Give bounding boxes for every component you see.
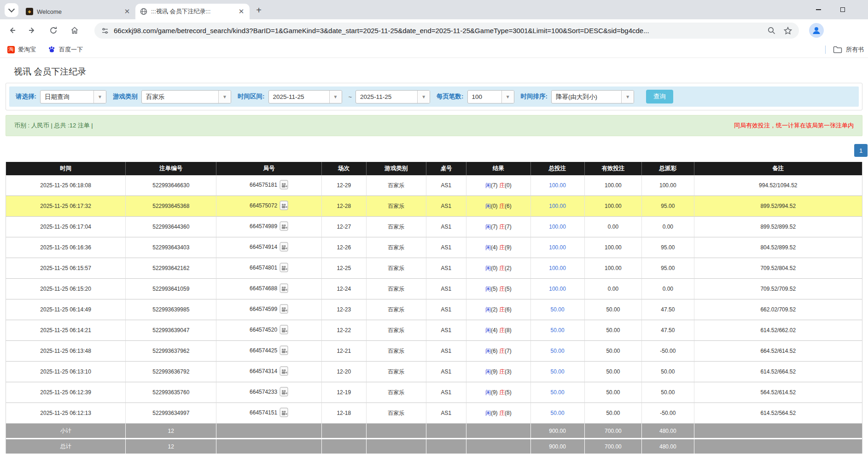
- cell-bet-number: 522993639047: [126, 320, 216, 341]
- search-button[interactable]: 查询: [646, 90, 673, 104]
- sort-select[interactable]: 降幂(由大到小) ▼: [551, 90, 634, 104]
- bookmark-taobao[interactable]: 淘 爱淘宝: [7, 46, 36, 54]
- minimize-button[interactable]: [808, 0, 829, 19]
- cell-valid-bet: 50.00: [585, 320, 642, 341]
- cell-bet-number: 522993644360: [126, 217, 216, 237]
- valid-bet-note: 同局有效投注，统一计算在该局第一张注单内: [734, 121, 854, 130]
- cell-payout: 50.00: [642, 382, 694, 403]
- video-replay-icon[interactable]: [280, 387, 288, 398]
- total-bet-link: 100.00: [549, 286, 566, 292]
- browser-tab-strip: ◆ Welcome ✕ :::视讯 会员下注纪录::: ✕ +: [0, 0, 868, 19]
- video-replay-icon[interactable]: [280, 366, 288, 377]
- cell-round-number: 664574599: [216, 299, 322, 320]
- cell-result: 闲(7) 庄(0): [466, 175, 530, 196]
- table-row: 2025-11-25 06:16:36 522993643403 6645749…: [6, 237, 862, 258]
- home-button[interactable]: [67, 23, 82, 38]
- video-replay-icon[interactable]: [280, 325, 288, 336]
- cell-bet-number: 522993646630: [126, 175, 216, 196]
- per-page-select[interactable]: 100 ▼: [467, 90, 514, 104]
- table-row: 2025-11-25 06:15:20 522993641059 6645746…: [6, 279, 862, 299]
- back-arrow-icon: [7, 26, 17, 35]
- table-row: 2025-11-25 06:13:48 522993637962 6645744…: [6, 341, 862, 362]
- date-range-tilde: ~: [349, 93, 352, 100]
- browser-tab-welcome[interactable]: ◆ Welcome ✕: [21, 4, 135, 19]
- video-replay-icon[interactable]: [280, 221, 288, 232]
- cell-total-bet[interactable]: 50.00: [531, 403, 585, 424]
- video-replay-icon[interactable]: [280, 408, 288, 419]
- cell-time: 2025-11-25 06:12:39: [6, 382, 126, 403]
- person-icon: [811, 25, 821, 35]
- plus-icon: +: [256, 5, 262, 16]
- video-replay-icon[interactable]: [280, 345, 288, 356]
- total-bet-link: 50.00: [551, 368, 565, 375]
- tab-close-button[interactable]: ✕: [238, 8, 245, 15]
- cell-total-bet[interactable]: 50.00: [531, 382, 585, 403]
- cell-table-number: AS1: [426, 320, 466, 341]
- cell-total-bet[interactable]: 50.00: [531, 299, 585, 320]
- back-button[interactable]: [5, 23, 19, 38]
- cell-round-number: 664574520: [216, 320, 322, 341]
- column-header: 局号: [216, 162, 322, 175]
- profile-avatar[interactable]: [809, 23, 824, 38]
- tab-close-button[interactable]: ✕: [123, 8, 131, 15]
- cell-valid-bet: 0.00: [585, 217, 642, 237]
- date-end-select[interactable]: 2025-11-25 ▼: [355, 90, 430, 104]
- video-replay-icon[interactable]: [280, 283, 288, 294]
- date-query-select[interactable]: 日期查询 ▼: [40, 90, 106, 104]
- cell-valid-bet: 50.00: [585, 362, 642, 382]
- bookmark-label: 百度一下: [59, 46, 83, 54]
- video-replay-icon[interactable]: [280, 304, 288, 315]
- footer-payout: 480.00: [642, 424, 694, 438]
- cell-total-bet[interactable]: 50.00: [531, 362, 585, 382]
- cell-round-number: 664574801: [216, 258, 322, 279]
- cell-round-number: 664574989: [216, 217, 322, 237]
- new-tab-button[interactable]: +: [253, 5, 264, 16]
- total-row: 总计 12 900.00 700.00 480.00: [6, 439, 862, 454]
- video-replay-icon[interactable]: [280, 242, 288, 253]
- cell-round-number: 664574151: [216, 403, 322, 424]
- forward-button[interactable]: [25, 23, 40, 38]
- sort-label: 时间排序:: [521, 92, 548, 101]
- video-replay-icon[interactable]: [280, 201, 288, 212]
- date-start-select[interactable]: 2025-11-25 ▼: [268, 90, 342, 104]
- cell-game-type: 百家乐: [367, 175, 426, 196]
- maximize-button[interactable]: [832, 0, 853, 19]
- refresh-button[interactable]: [46, 23, 61, 38]
- all-bookmarks-button[interactable]: 所有书: [825, 41, 868, 58]
- zoom-button[interactable]: [767, 26, 776, 35]
- cell-total-bet[interactable]: 100.00: [531, 175, 585, 196]
- cell-total-bet[interactable]: 100.00: [531, 258, 585, 279]
- video-replay-icon[interactable]: [280, 263, 288, 274]
- cell-round-number: 664574914: [216, 237, 322, 258]
- cell-total-bet[interactable]: 100.00: [531, 217, 585, 237]
- url-bar[interactable]: 66cxkj98.com/game/betrecord_search/kind3…: [94, 23, 799, 39]
- date-range-label: 时间区间:: [238, 92, 265, 101]
- footer-payout: 480.00: [642, 439, 694, 454]
- filter-bar: 请选择: 日期查询 ▼ 游戏类别 百家乐 ▼ 时间区间: 2025-11-25 …: [9, 86, 859, 107]
- cell-total-bet[interactable]: 100.00: [531, 279, 585, 299]
- browser-tab-betrecord[interactable]: :::视讯 会员下注纪录::: ✕: [135, 4, 250, 19]
- star-icon: [783, 26, 792, 35]
- cell-result: 闲(7) 庄(7): [466, 217, 530, 237]
- video-replay-icon[interactable]: [280, 180, 288, 191]
- cell-total-bet[interactable]: 100.00: [531, 196, 585, 217]
- cell-note: 709.52/709.52: [694, 279, 862, 299]
- cell-total-bet[interactable]: 50.00: [531, 320, 585, 341]
- bookmark-star-button[interactable]: [783, 26, 792, 35]
- chevron-down-icon: ▼: [218, 91, 231, 103]
- total-bet-link: 100.00: [549, 224, 566, 230]
- total-bet-link: 50.00: [551, 410, 565, 416]
- bookmark-baidu[interactable]: 百度一下: [48, 46, 83, 54]
- cell-valid-bet: 100.00: [585, 175, 642, 196]
- game-type-value: 百家乐: [142, 91, 218, 103]
- cell-session: 12-19: [322, 382, 367, 403]
- cell-payout: 0.00: [642, 279, 694, 299]
- cell-total-bet[interactable]: 50.00: [531, 341, 585, 362]
- cell-total-bet[interactable]: 100.00: [531, 237, 585, 258]
- cell-game-type: 百家乐: [367, 217, 426, 237]
- cell-time: 2025-11-25 06:15:20: [6, 279, 126, 299]
- pagination-page-1[interactable]: 1: [854, 144, 868, 157]
- cell-table-number: AS1: [426, 382, 466, 403]
- game-type-select[interactable]: 百家乐 ▼: [141, 90, 231, 104]
- tab-search-button[interactable]: [5, 3, 18, 17]
